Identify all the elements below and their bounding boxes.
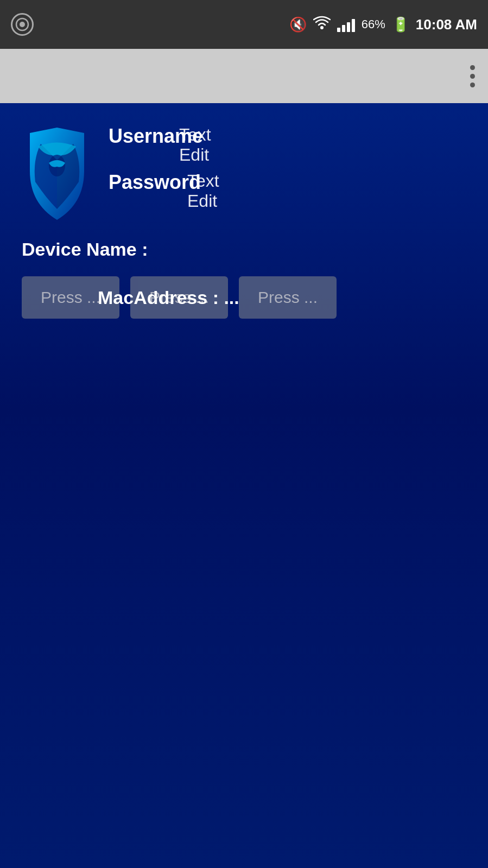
press-button-2[interactable]: Press ...: [130, 276, 228, 319]
dot2: [470, 74, 475, 79]
shield-logo: [24, 128, 90, 220]
press-button-1[interactable]: Press ...: [22, 276, 119, 319]
wifi-icon: [313, 15, 331, 34]
main-content: Username Text Edit Password Text Edit De…: [0, 103, 488, 868]
dot1: [470, 65, 475, 70]
app-icon: [11, 13, 34, 36]
svg-point-1: [20, 22, 25, 27]
labels-container: Username Text Edit Password Text Edit: [109, 119, 203, 201]
status-left: [11, 13, 34, 36]
signal-icon: [337, 17, 355, 32]
buttons-row: Press ... Press ... Press ... MacAddress…: [22, 276, 466, 319]
logo-container: [22, 119, 92, 228]
more-options-button[interactable]: [470, 65, 475, 87]
device-name-row: Device Name :: [22, 239, 466, 260]
device-name-label: Device Name :: [22, 239, 148, 259]
status-right: 🔇 66% 🔋 10:08 AM: [289, 15, 477, 34]
status-bar: 🔇 66% 🔋 10:08 AM: [0, 0, 488, 49]
status-time: 10:08 AM: [416, 16, 477, 33]
username-row: Username Text Edit: [109, 125, 203, 155]
svg-point-2: [320, 26, 324, 29]
mute-icon: 🔇: [289, 16, 307, 33]
press-button-3[interactable]: Press ...: [239, 276, 337, 319]
header-section: Username Text Edit Password Text Edit: [22, 119, 466, 228]
battery-icon: 🔋: [392, 16, 409, 33]
battery-percentage: 66%: [362, 17, 385, 31]
action-bar: [0, 49, 488, 103]
username-text-edit[interactable]: Text Edit: [179, 125, 211, 165]
dot3: [470, 83, 475, 87]
password-row: Password Text Edit: [109, 171, 203, 201]
password-text-edit[interactable]: Text Edit: [187, 171, 219, 211]
